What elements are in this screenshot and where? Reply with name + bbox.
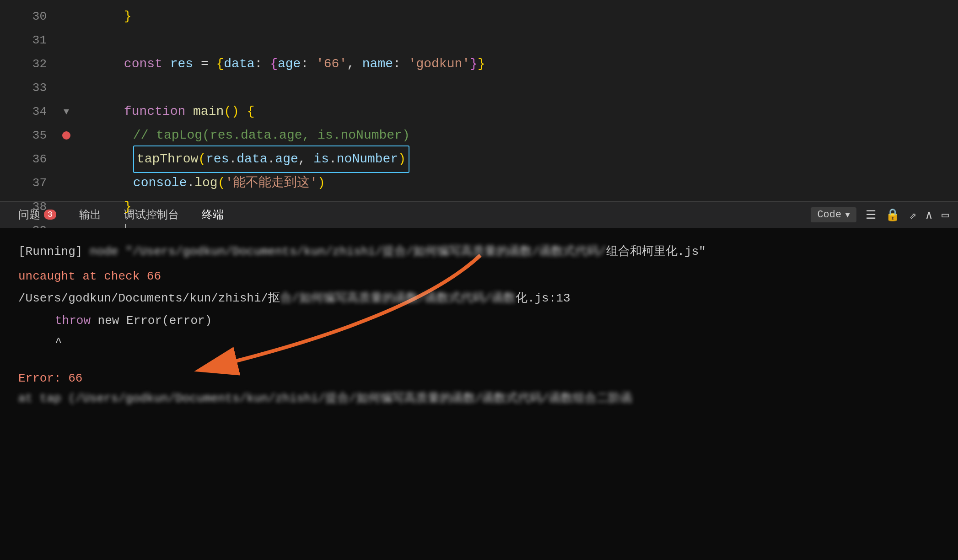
line-number-32: 32 bbox=[0, 57, 59, 71]
caret-line: ^ bbox=[18, 333, 940, 353]
throw-line: throw new Error(error) bbox=[18, 311, 940, 331]
error-line-2: Error: 66 bbox=[18, 368, 940, 388]
path-text: /Users/godkun/Documents/kun/zhishi/抠 bbox=[18, 291, 280, 305]
path-suffix: 化.js:13 bbox=[516, 291, 570, 305]
stack-line: at tap (/Users/godkun/Documents/kun/zhis… bbox=[18, 388, 940, 409]
running-path: node "/Users/godkun/Documents/kun/zhishi… bbox=[90, 245, 606, 258]
line-number-34: 34 bbox=[0, 105, 59, 118]
error-line-1: uncaught at check 66 bbox=[18, 266, 940, 286]
running-line: [Running] node "/Users/godkun/Documents/… bbox=[18, 242, 940, 262]
line-number-31: 31 bbox=[0, 33, 59, 47]
code-line-30: 30 } bbox=[0, 5, 958, 28]
throw-keyword: throw bbox=[55, 314, 91, 328]
line-number-30: 30 bbox=[0, 10, 59, 23]
caret-text: ^ bbox=[55, 336, 62, 350]
stack-text: at tap (/Users/godkun/Documents/kun/zhis… bbox=[18, 392, 632, 405]
running-label: [Running] bbox=[18, 245, 82, 258]
throw-rest: new Error(error) bbox=[91, 314, 212, 328]
terminal-area[interactable]: [Running] node "/Users/godkun/Documents/… bbox=[0, 228, 958, 560]
error-text-1: uncaught at check 66 bbox=[18, 269, 161, 283]
error-text-2: Error: 66 bbox=[18, 372, 82, 385]
running-suffix: 组合和柯里化.js" bbox=[606, 245, 706, 258]
line-number-33: 33 bbox=[0, 81, 59, 95]
breakpoint-area-34: ▼ bbox=[59, 107, 73, 117]
breakpoint-dot-35[interactable] bbox=[62, 131, 70, 140]
line-number-37: 37 bbox=[0, 176, 59, 190]
empty-spacer bbox=[18, 353, 940, 362]
path-line: /Users/godkun/Documents/kun/zhishi/抠合/如何… bbox=[18, 288, 940, 308]
line-number-35: 35 bbox=[0, 129, 59, 142]
line-number-36: 36 bbox=[0, 152, 59, 166]
editor-area: 30 } 31 32 const res = {data: {age: '66'… bbox=[0, 0, 958, 201]
path-middle: 合/如何编写高质量的函数/函数式代码/函数 bbox=[280, 291, 516, 305]
code-line-32: 32 const res = {data: {age: '66', name: … bbox=[0, 52, 958, 76]
breakpoint-area-35 bbox=[59, 131, 73, 140]
line-number-38: 38 bbox=[0, 200, 59, 214]
